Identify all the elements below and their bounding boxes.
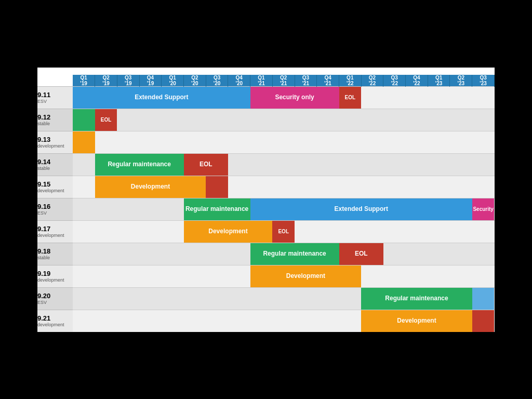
table-row: 9.15developmentDevelopment [37,176,495,198]
data-row-914: Regular maintenanceEOL [73,153,495,176]
header-q8: Q4'20 [228,75,250,87]
table-row: 9.20ESVRegular maintenance [37,287,495,310]
version-number: 9.21 [37,314,73,322]
segment-label: EOL [101,117,112,123]
segment-label: Regular maintenance [385,295,448,302]
header-q5: Q1'20 [162,75,184,87]
version-number: 9.15 [37,180,73,188]
version-number: 9.14 [37,158,73,166]
segment-912-0 [73,109,95,131]
segment-label: Security [473,206,493,212]
version-cell-921: 9.21development [37,310,73,332]
segment-917-5: Development [184,221,273,243]
header-q12: Q4'21 [317,75,339,87]
header-q1: Q1'19 [73,75,95,87]
data-row-911: Extended SupportSecurity onlyEOL [73,86,495,109]
header-q9: Q1'21 [250,75,273,87]
segment-label: Extended Support [135,94,188,101]
version-type: development [37,277,73,283]
table-row: 9.12stableEOL [37,109,495,131]
version-type: development [37,233,73,238]
table-row: 9.13development [37,131,495,153]
version-cell-911: 9.11ESV [37,86,73,109]
data-row-920: Regular maintenance [73,287,495,310]
version-cell-919: 9.19development [37,265,73,287]
version-type: stable [37,255,73,260]
main-table: Q1'19Q2'19Q3'19Q4'19Q1'20Q2'20Q3'20Q4'20… [37,75,495,332]
version-type: development [37,188,73,193]
version-type: stable [37,166,73,171]
version-number: 9.20 [37,292,73,300]
segment-915-1: Development [95,176,206,198]
segment-label: Extended Support [335,205,388,212]
header-q16: Q4'22 [406,75,428,87]
segment-914-5: EOL [184,154,228,176]
segment-916-18: Security [472,198,495,220]
segment-920-18 [472,288,495,310]
segment-911-8: Security only [250,87,339,109]
segment-label: Regular maintenance [108,161,170,168]
version-cell-918: 9.18stable [37,243,73,265]
header-q10: Q2'21 [272,75,295,87]
table-row: 9.17developmentDevelopmentEOL [37,220,495,243]
header-q18: Q2'23 [450,75,472,87]
version-type: development [37,322,73,327]
segment-label: Security only [275,94,314,101]
header-q6: Q2'20 [184,75,206,87]
segment-919-8: Development [250,265,362,287]
version-type: development [37,143,73,149]
segment-911-0: Extended Support [73,87,250,109]
table-row: 9.21developmentDevelopment [37,310,495,332]
segment-label: Development [131,183,170,190]
data-row-921: Development [73,310,495,332]
table-row: 9.18stableRegular maintenanceEOL [37,243,495,265]
segment-911-12: EOL [339,87,362,109]
table-row: 9.14stableRegular maintenanceEOL [37,153,495,176]
data-row-918: Regular maintenanceEOL [73,243,495,265]
version-cell-915: 9.15development [37,176,73,198]
segment-918-8: Regular maintenance [250,243,339,265]
data-row-917: DevelopmentEOL [73,220,495,243]
segment-916-8: Extended Support [250,198,472,220]
version-type: ESV [37,300,73,305]
header-q15: Q3'22 [383,75,406,87]
version-cell-917: 9.17development [37,220,73,243]
table-row: 9.19developmentDevelopment [37,265,495,287]
header-label [37,75,73,87]
chart-wrapper: Q1'19Q2'19Q3'19Q4'19Q1'20Q2'20Q3'20Q4'20… [37,68,495,332]
version-cell-920: 9.20ESV [37,287,73,310]
segment-913-0 [73,131,95,153]
segment-921-18 [472,310,495,332]
segment-912-1: EOL [95,109,117,131]
table-row: 9.11ESVExtended SupportSecurity onlyEOL [37,86,495,109]
segment-916-5: Regular maintenance [184,198,250,220]
segment-label: Development [286,272,325,280]
version-number: 9.16 [37,203,73,210]
segment-914-1: Regular maintenance [95,154,184,176]
header-q14: Q2'22 [361,75,383,87]
header-q7: Q3'20 [206,75,228,87]
data-row-916: Regular maintenanceExtended SupportSecur… [73,198,495,220]
segment-label: EOL [200,161,212,168]
data-row-912: EOL [73,109,495,131]
version-number: 9.18 [37,247,73,255]
segment-label: Development [397,317,436,324]
header-q3: Q3'19 [117,75,139,87]
version-type: stable [37,121,73,126]
version-number: 9.12 [37,113,73,121]
header-q2: Q2'19 [95,75,117,87]
version-number: 9.19 [37,270,73,277]
data-row-913 [73,131,495,153]
version-cell-913: 9.13development [37,131,73,153]
segment-921-13: Development [361,310,472,332]
header-row: Q1'19Q2'19Q3'19Q4'19Q1'20Q2'20Q3'20Q4'20… [37,75,495,87]
segment-label: Regular maintenance [185,205,248,212]
segment-918-12: EOL [339,243,383,265]
version-cell-912: 9.12stable [37,109,73,131]
version-number: 9.17 [37,225,73,233]
segment-915-6 [206,176,228,198]
header-q11: Q3'21 [295,75,317,87]
version-number: 9.13 [37,136,73,143]
header-q4: Q4'19 [139,75,162,87]
version-cell-914: 9.14stable [37,153,73,176]
